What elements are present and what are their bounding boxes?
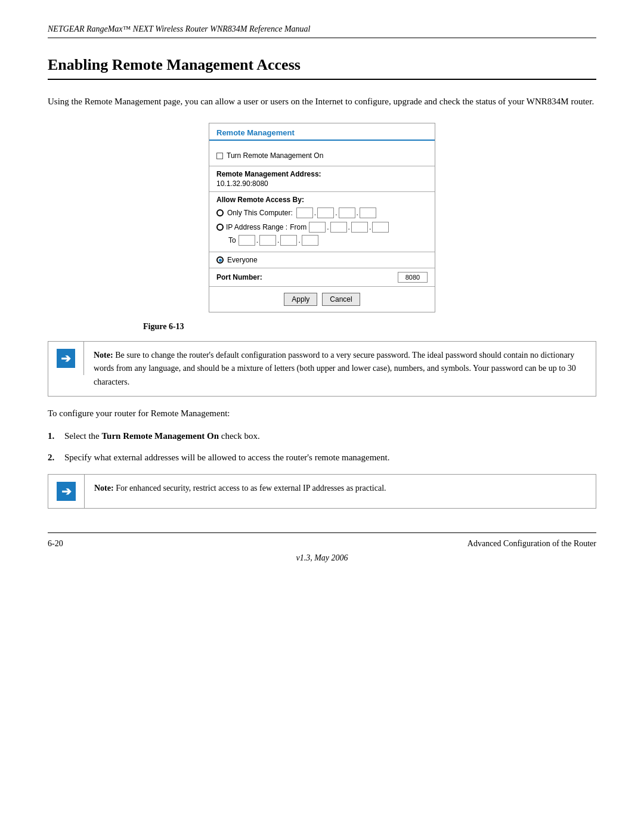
everyone-radio[interactable] (216, 256, 224, 264)
note-content-1: Note: Be sure to change the router's def… (84, 342, 596, 396)
router-management-panel: Remote Management Turn Remote Management… (209, 123, 435, 312)
from-ip1[interactable] (309, 222, 326, 233)
manual-title: NETGEAR RangeMax™ NEXT Wireless Router W… (48, 24, 311, 33)
only-this-computer-row: Only This Computer: . . . (216, 208, 428, 218)
port-label: Port Number: (216, 273, 262, 281)
footer-version: v1.3, May 2006 (48, 553, 596, 563)
address-value: 10.1.32.90:8080 (216, 179, 428, 188)
note-arrow-col-1: ➔ (48, 342, 84, 375)
ip-range-from-ip: . . . (309, 222, 389, 233)
step2-text: Specify what external addresses will be … (64, 450, 389, 465)
only-this-ip1[interactable] (296, 208, 313, 218)
note-arrow-col-2: ➔ (48, 475, 85, 508)
port-input[interactable] (398, 272, 428, 283)
only-this-radio[interactable] (216, 209, 224, 216)
to-ip2[interactable] (259, 235, 276, 246)
everyone-label: Everyone (227, 256, 258, 264)
turn-on-label: Turn Remote Management On (227, 151, 323, 160)
apply-button[interactable]: Apply (284, 293, 317, 306)
page-footer: 6-20 Advanced Configuration of the Route… (48, 532, 596, 549)
allow-access-section: Allow Remote Access By: Only This Comput… (209, 192, 435, 252)
figure-caption: Figure 6-13 (143, 322, 596, 332)
footer-left: 6-20 (48, 539, 63, 549)
note2-text: For enhanced security, restrict access t… (114, 484, 386, 493)
note1-bold: Note: (94, 351, 113, 360)
ip-range-from-label: From (290, 223, 306, 231)
button-row: Apply Cancel (209, 287, 435, 312)
from-ip3[interactable] (351, 222, 368, 233)
from-ip4[interactable] (372, 222, 389, 233)
note-box-2: ➔ Note: For enhanced security, restrict … (48, 474, 596, 509)
step2-num: 2. (48, 450, 60, 465)
ip-range-label: IP Address Range : (226, 223, 287, 231)
note2-bold: Note: (94, 484, 114, 493)
cancel-button[interactable]: Cancel (322, 293, 360, 306)
ip-range-to-ip: . . . (239, 235, 318, 246)
to-ip3[interactable] (280, 235, 297, 246)
address-section: Remote Management Address: 10.1.32.90:80… (209, 166, 435, 192)
to-ip1[interactable] (239, 235, 255, 246)
arrow-icon-1: ➔ (57, 349, 75, 368)
step1-suffix: check box. (219, 431, 260, 441)
turn-on-row: Turn Remote Management On (216, 149, 428, 162)
ip-range-from-row: IP Address Range : From . . . (216, 222, 428, 233)
note-content-2: Note: For enhanced security, restrict ac… (85, 475, 396, 502)
to-ip4[interactable] (302, 235, 318, 246)
everyone-section: Everyone (209, 252, 435, 268)
footer-right: Advanced Configuration of the Router (467, 539, 596, 549)
step1-bold: Turn Remote Management On (101, 431, 219, 441)
only-this-ip2[interactable] (317, 208, 334, 218)
only-this-ip-group: . . . (296, 208, 376, 218)
port-section: Port Number: (209, 268, 435, 287)
step1-num: 1. (48, 429, 60, 443)
intro-paragraph: Using the Remote Management page, you ca… (48, 94, 596, 109)
only-this-ip4[interactable] (360, 208, 376, 218)
page-header: NETGEAR RangeMax™ NEXT Wireless Router W… (48, 24, 596, 38)
step-2: 2. Specify what external addresses will … (48, 450, 596, 465)
turn-on-checkbox[interactable] (216, 153, 223, 159)
ip-range-radio[interactable] (216, 224, 224, 231)
arrow-icon-2: ➔ (57, 482, 76, 501)
note1-text: Be sure to change the router's default c… (94, 351, 576, 386)
only-this-label: Only This Computer: (227, 209, 293, 217)
page-title: Enabling Remote Management Access (48, 56, 596, 80)
step1-text: Select the (64, 431, 101, 441)
panel-title: Remote Management (209, 123, 435, 141)
ip-range-section: IP Address Range : From . . . To (216, 222, 428, 246)
configure-text: To configure your router for Remote Mana… (48, 406, 596, 420)
note-box-1: ➔ Note: Be sure to change the router's d… (48, 341, 596, 397)
only-this-ip3[interactable] (339, 208, 355, 218)
ip-range-to-label: To (228, 236, 236, 244)
turn-on-section: Turn Remote Management On (209, 145, 435, 166)
step1-content: Select the Turn Remote Management On che… (64, 429, 260, 443)
allow-label: Allow Remote Access By: (216, 196, 428, 204)
ip-range-to-row: To . . . (228, 235, 428, 246)
address-label: Remote Management Address: (216, 170, 428, 178)
from-ip2[interactable] (330, 222, 347, 233)
step-1: 1. Select the Turn Remote Management On … (48, 429, 596, 443)
